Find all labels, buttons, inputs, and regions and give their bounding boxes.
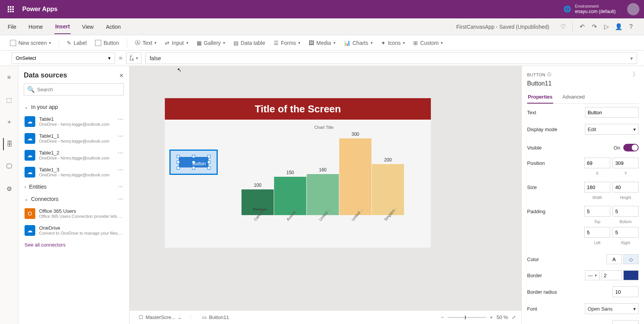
- connector-office365[interactable]: OOffice 365 UsersOffice 365 Users Connec…: [24, 205, 124, 222]
- data-button[interactable]: ⬚: [3, 94, 15, 106]
- ds-item-table1-1[interactable]: ☁Table1_1OneDrive - henry.legge@outlook.…: [24, 130, 124, 147]
- menu-action[interactable]: Action: [105, 20, 122, 34]
- tab-properties[interactable]: Properties: [527, 91, 553, 104]
- more-icon[interactable]: ⋯: [118, 116, 123, 122]
- border-style-select[interactable]: —▾: [585, 270, 600, 280]
- zoom-slider[interactable]: [448, 317, 486, 318]
- panel-title: Data sources: [24, 71, 67, 79]
- pad-right-input[interactable]: [613, 227, 639, 238]
- user-avatar[interactable]: [627, 3, 639, 15]
- selected-button-control[interactable]: Button: [169, 150, 218, 175]
- menu-home[interactable]: Home: [28, 20, 44, 34]
- custom-dropdown[interactable]: ⊞Custom▾: [410, 38, 446, 48]
- formula-input[interactable]: false▾: [145, 53, 637, 64]
- zoom-in-button[interactable]: +: [490, 314, 493, 320]
- onedrive-icon: ☁: [25, 133, 35, 144]
- search-box[interactable]: 🔍: [24, 83, 124, 95]
- menu-insert[interactable]: Insert: [54, 20, 71, 34]
- media-dropdown[interactable]: 🖼Media▾: [306, 38, 338, 48]
- gallery-dropdown[interactable]: ▦Gallery▾: [194, 38, 228, 48]
- tools-button[interactable]: ⚙: [3, 183, 15, 195]
- width-input[interactable]: [584, 182, 610, 192]
- ds-item-table1-3[interactable]: ☁Table1_3OneDrive - henry.legge@outlook.…: [24, 164, 124, 181]
- text-dropdown[interactable]: ⒶText▾: [132, 38, 160, 48]
- connector-onedrive[interactable]: ☁OneDriveConnect to OneDrive to manage y…: [24, 222, 124, 239]
- input-icon: ⇄: [165, 40, 169, 46]
- border-radius-input[interactable]: [613, 286, 639, 297]
- section-entities[interactable]: ›Entities⋯: [24, 181, 124, 193]
- menu-view[interactable]: View: [81, 20, 94, 34]
- pad-top-input[interactable]: [584, 206, 610, 217]
- border-color-button[interactable]: [623, 270, 639, 280]
- border-width-input[interactable]: [601, 270, 622, 280]
- breadcrumb-control[interactable]: ▭Button11: [198, 313, 233, 321]
- display-mode-select[interactable]: Edit▾: [585, 124, 639, 135]
- property-dropdown[interactable]: OnSelect▾: [12, 53, 115, 64]
- charts-dropdown[interactable]: 📊Charts▾: [341, 38, 376, 48]
- add-button[interactable]: ＋: [3, 116, 15, 128]
- forms-icon: ☰: [274, 40, 279, 46]
- input-dropdown[interactable]: ⇄Input▾: [162, 38, 191, 48]
- canvas-area[interactable]: Title of the Screen Button Chart Title R…: [130, 66, 521, 324]
- datatable-button[interactable]: ▤Data table: [230, 38, 268, 48]
- waffle-icon: [8, 6, 14, 12]
- media-rail-button[interactable]: 🖵: [3, 160, 15, 173]
- forms-dropdown[interactable]: ☰Forms▾: [271, 38, 304, 48]
- share-icon[interactable]: 👤: [613, 21, 625, 33]
- more-icon[interactable]: ⋯: [118, 133, 123, 139]
- chart-bar: 160: [307, 167, 339, 215]
- screen-frame[interactable]: Title of the Screen Button Chart Title R…: [165, 98, 431, 248]
- fit-screen-button[interactable]: ⤢: [512, 314, 516, 320]
- file-status: FirstCanvasApp - Saved (Unpublished): [456, 24, 549, 30]
- more-icon[interactable]: ⋯: [118, 150, 123, 156]
- app-launcher-button[interactable]: [5, 3, 17, 15]
- search-input[interactable]: [37, 87, 120, 92]
- fx-button[interactable]: fx▾: [126, 53, 141, 64]
- redo-icon[interactable]: ↷: [588, 21, 600, 33]
- zoom-out-button[interactable]: −: [441, 314, 444, 320]
- more-icon[interactable]: ⋯: [118, 196, 123, 202]
- section-in-your-app[interactable]: ⌄In your app: [24, 101, 124, 113]
- ds-item-table1-2[interactable]: ☁Table1_2OneDrive - henry.legge@outlook.…: [24, 147, 124, 164]
- breadcrumb-screen[interactable]: ☐MasterScre...⌄: [135, 313, 186, 321]
- environment-selector[interactable]: 🌐 Environment enayu.com (default): [564, 3, 616, 15]
- label-button[interactable]: ✎Label: [64, 38, 90, 48]
- chart-control[interactable]: Chart Title Revenue 100150160300200 Cana…: [242, 125, 406, 230]
- pos-y-input[interactable]: [613, 158, 639, 168]
- info-icon[interactable]: ⓘ: [547, 72, 552, 77]
- font-size-input[interactable]: [613, 320, 639, 324]
- app-checker-icon[interactable]: ♡: [557, 21, 569, 33]
- ds-item-table1[interactable]: ☁Table1OneDrive - henry.legge@outlook.co…: [24, 113, 124, 130]
- table-icon: ▤: [233, 40, 238, 46]
- pos-x-input[interactable]: [584, 158, 610, 168]
- new-screen-button[interactable]: New screen▾: [7, 38, 54, 48]
- globe-icon: 🌐: [564, 5, 571, 13]
- play-icon[interactable]: ▷: [600, 21, 613, 33]
- media-icon: 🖼: [309, 40, 314, 46]
- help-icon[interactable]: ?: [625, 21, 637, 33]
- button-button[interactable]: Button: [92, 38, 122, 48]
- tree-view-button[interactable]: ≡: [3, 71, 15, 84]
- tab-advanced[interactable]: Advanced: [562, 91, 585, 104]
- database-button[interactable]: 🗄: [3, 138, 15, 150]
- height-input[interactable]: [613, 182, 639, 192]
- pad-left-input[interactable]: [584, 227, 610, 238]
- text-color-button[interactable]: A: [606, 254, 622, 264]
- section-connectors[interactable]: ⌄Connectors⋯: [24, 193, 124, 205]
- more-icon[interactable]: ⋯: [118, 184, 123, 190]
- pad-bottom-input[interactable]: [613, 206, 639, 217]
- icons-dropdown[interactable]: ✦Icons▾: [378, 38, 408, 48]
- prop-text-input[interactable]: [585, 107, 639, 118]
- more-icon[interactable]: ⋯: [118, 167, 123, 173]
- menu-file[interactable]: File: [7, 20, 17, 34]
- fill-color-button[interactable]: ◇: [623, 254, 639, 264]
- see-all-connectors-link[interactable]: See all connectors: [24, 239, 124, 251]
- expand-panel-icon[interactable]: 〉: [632, 71, 639, 79]
- charts-icon: 📊: [344, 40, 350, 46]
- chart-title: Chart Title: [242, 125, 406, 130]
- close-icon[interactable]: ✕: [119, 72, 124, 79]
- font-select[interactable]: Open Sans▾: [585, 303, 639, 314]
- visible-toggle[interactable]: [623, 144, 639, 151]
- text-icon: Ⓐ: [135, 39, 140, 46]
- undo-icon[interactable]: ↶: [576, 21, 588, 33]
